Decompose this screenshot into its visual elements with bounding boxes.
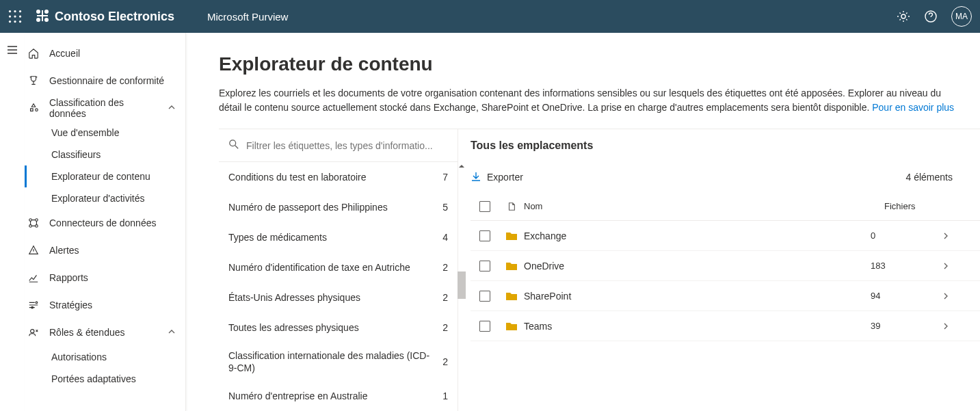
row-checkbox[interactable] (479, 321, 490, 332)
svg-point-12 (44, 18, 49, 22)
filter-row[interactable]: Types de médicaments4 (219, 222, 458, 252)
svg-point-0 (9, 10, 11, 12)
svg-point-24 (230, 140, 236, 146)
location-row-sharepoint[interactable]: SharePoint 94 (471, 281, 980, 311)
sidebar-sub-content-explorer[interactable]: Explorateur de contenu (25, 165, 185, 187)
learn-more-link[interactable]: Pour en savoir plus (872, 102, 954, 113)
alert-icon (27, 244, 40, 256)
svg-point-1 (14, 10, 16, 12)
settings-icon[interactable] (897, 10, 910, 23)
sidebar-item-reports[interactable]: Rapports (25, 264, 185, 291)
row-checkbox[interactable] (479, 291, 490, 302)
chevron-right-icon (939, 322, 953, 330)
home-icon (27, 47, 40, 59)
filter-search[interactable] (219, 129, 458, 162)
document-icon (499, 202, 524, 211)
sidebar-item-classification[interactable]: Classification des données (25, 94, 185, 122)
search-icon (228, 139, 239, 152)
product-name: Microsoft Purview (207, 11, 288, 23)
sidebar-item-connectors[interactable]: Connecteurs de données (25, 209, 185, 237)
locations-title: Tous les emplacements (471, 129, 980, 162)
svg-point-23 (31, 330, 34, 333)
sidebar-sub-activity-explorer[interactable]: Explorateur d'activités (25, 187, 185, 209)
chevron-right-icon (939, 292, 953, 300)
trophy-icon (27, 75, 40, 87)
svg-point-17 (29, 219, 32, 222)
svg-point-7 (14, 21, 16, 23)
filter-row[interactable]: États-Unis Adresses physiques2 (219, 282, 458, 313)
export-button[interactable]: Exporter (471, 171, 523, 184)
hamburger-icon[interactable] (6, 44, 18, 411)
svg-rect-14 (37, 15, 48, 16)
sidebar-item-home[interactable]: Accueil (25, 40, 185, 67)
filter-input[interactable] (246, 140, 448, 151)
filter-list: Conditions du test en laboratoire7 Numér… (219, 162, 458, 411)
sidebar-item-alerts[interactable]: Alertes (25, 237, 185, 264)
svg-point-8 (19, 21, 21, 23)
main: Explorateur de contenu Explorez les cour… (186, 33, 980, 411)
waffle-icon[interactable] (8, 10, 22, 23)
filter-row[interactable]: Numéro d'entreprise en Australie1 (219, 381, 458, 411)
chevron-right-icon (939, 232, 953, 240)
avatar-initials: MA (955, 12, 968, 21)
svg-point-15 (901, 14, 905, 18)
chevron-up-icon (168, 327, 180, 338)
help-icon[interactable] (924, 10, 938, 23)
sidebar-sub-authorizations[interactable]: Autorisations (25, 346, 185, 368)
sidebar-item-compliance[interactable]: Gestionnaire de conformité (25, 67, 185, 94)
brand-name: Contoso Electronics (55, 10, 174, 24)
sidebar-item-roles[interactable]: Rôles & étendues (25, 319, 185, 346)
svg-point-2 (19, 10, 21, 12)
strategies-icon (27, 299, 40, 311)
row-checkbox[interactable] (479, 230, 490, 241)
svg-point-11 (36, 18, 40, 22)
table-header: Nom Fichiers (471, 192, 980, 221)
scrollbar[interactable] (458, 162, 466, 367)
scroll-thumb[interactable] (458, 271, 466, 299)
folder-icon (499, 320, 524, 332)
filter-row[interactable]: Numéro d'identification de taxe en Autri… (219, 252, 458, 282)
roles-icon (27, 326, 40, 339)
filter-panel: Conditions du test en laboratoire7 Numér… (219, 129, 458, 411)
svg-point-10 (44, 10, 49, 14)
svg-point-5 (19, 15, 21, 17)
export-icon (471, 171, 481, 184)
connectors-icon (27, 217, 40, 229)
folder-icon (499, 260, 524, 272)
row-checkbox[interactable] (479, 261, 490, 271)
folder-icon (499, 290, 524, 302)
top-bar: Contoso Electronics Microsoft Purview MA (0, 0, 980, 33)
chevron-right-icon (939, 262, 953, 270)
svg-point-20 (36, 225, 38, 228)
brand[interactable]: Contoso Electronics (36, 9, 174, 25)
sidebar: Accueil Gestionnaire de conformité Class… (25, 33, 186, 411)
sidebar-sub-adaptive-scopes[interactable]: Portées adaptatives (25, 368, 185, 390)
svg-point-19 (29, 225, 32, 228)
location-row-onedrive[interactable]: OneDrive 183 (471, 251, 980, 281)
classification-icon (27, 102, 40, 114)
page-description: Explorez les courriels et les documents … (219, 86, 957, 115)
sidebar-item-strategies[interactable]: Stratégies (25, 291, 185, 319)
filter-row[interactable]: Conditions du test en laboratoire7 (219, 162, 458, 192)
filter-row[interactable]: Classification internationale des maladi… (219, 343, 458, 381)
filter-row[interactable]: Numéro de passeport des Philippines5 (219, 192, 458, 222)
col-name[interactable]: Nom (524, 201, 884, 211)
svg-point-21 (36, 302, 38, 304)
page-title: Explorateur de contenu (219, 53, 980, 75)
sidebar-sub-classifiers[interactable]: Classifieurs (25, 144, 185, 165)
svg-point-3 (9, 15, 11, 17)
col-files[interactable]: Fichiers (884, 201, 953, 211)
svg-point-18 (36, 219, 38, 222)
select-all-checkbox[interactable] (479, 201, 490, 212)
location-row-teams[interactable]: Teams 39 (471, 311, 980, 341)
item-count: 4 éléments (906, 172, 953, 183)
scroll-up-icon[interactable] (458, 162, 466, 170)
brand-logo-icon (36, 9, 49, 25)
location-row-exchange[interactable]: Exchange 0 (471, 221, 980, 251)
locations-panel: Tous les emplacements Exporter 4 élément… (458, 129, 980, 411)
folder-icon (499, 230, 524, 242)
avatar[interactable]: MA (951, 6, 972, 27)
svg-point-4 (14, 15, 16, 17)
sidebar-sub-overview[interactable]: Vue d'ensemble (25, 122, 185, 144)
filter-row[interactable]: Toutes les adresses physiques2 (219, 313, 458, 343)
